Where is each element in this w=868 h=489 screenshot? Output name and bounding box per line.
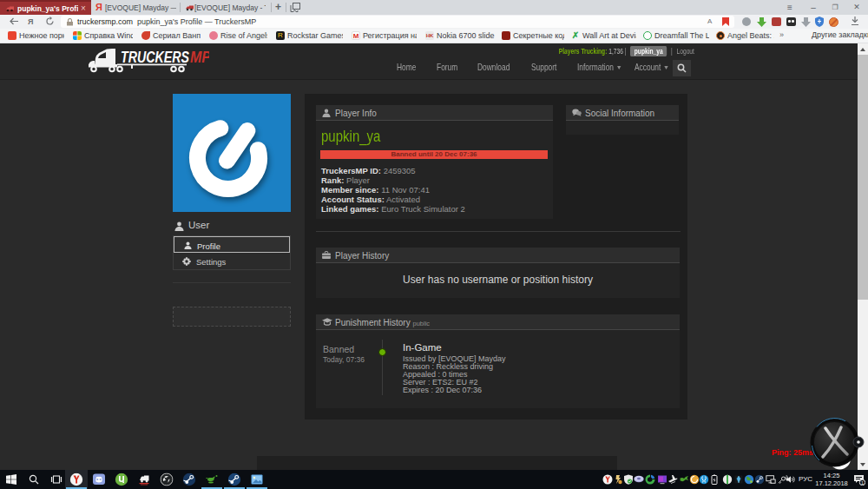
bookmark-item[interactable]: HK Nokia 6700 slide h: [425, 30, 495, 42]
windows-taskbar: РУС 14:25 17.12.2018 1: [0, 470, 868, 489]
taskbar-steam-game[interactable]: [223, 470, 246, 489]
other-bookmarks-button[interactable]: Другие закладки ▾: [812, 30, 868, 42]
extension-savefrom-icon[interactable]: [757, 17, 766, 27]
bookmark-favicon-icon: [643, 31, 652, 40]
nav-home[interactable]: Home: [397, 62, 416, 72]
bookmark-item[interactable]: ✗ Wall Art at Deviant: [571, 30, 636, 42]
scrollbar-thumb[interactable]: [858, 55, 868, 300]
translate-icon[interactable]: A: [707, 17, 712, 25]
downloads-button-icon[interactable]: [851, 17, 859, 26]
taskbar-steam[interactable]: [178, 470, 201, 489]
yandex-button-icon[interactable]: Я: [28, 17, 33, 26]
bookmark-flag-icon[interactable]: [722, 17, 729, 26]
tab-active[interactable]: pupkin_ya's Profile — Tru ×: [0, 0, 91, 15]
sidebar-item-profile[interactable]: Profile: [174, 236, 290, 253]
tab-3[interactable]: [EVOQUE] Mayday - Trucke: [181, 0, 271, 15]
tray-date: 17.12.2018: [812, 479, 852, 487]
start-button[interactable]: [0, 470, 23, 489]
tray-green-bird-icon[interactable]: [679, 474, 689, 485]
tray-systemcare-icon[interactable]: [645, 474, 655, 485]
address-bar[interactable]: truckersmp.com pupkin_ya's Profile — Tru…: [61, 16, 734, 28]
window-minimize-button[interactable]: –: [807, 2, 819, 13]
taskbar-search-button[interactable]: [23, 470, 45, 489]
tray-airplane-icon[interactable]: [667, 474, 678, 485]
nav-information[interactable]: Information: [577, 62, 621, 72]
bookmark-item[interactable]: Dreamfall The Lon: [643, 30, 709, 42]
new-tab-button[interactable]: +: [273, 2, 284, 13]
tray-app-icon[interactable]: [613, 474, 623, 485]
username-chip[interactable]: pupkin_ya: [630, 46, 667, 56]
taskbar-utorrent[interactable]: [110, 470, 133, 489]
extension-protect-shield-icon[interactable]: [815, 17, 824, 27]
tray-blue-circle-icon[interactable]: [699, 474, 709, 485]
svg-text:1: 1: [861, 480, 864, 486]
tray-yandex-icon[interactable]: [602, 474, 613, 485]
extension-adblock-icon[interactable]: [786, 17, 796, 26]
bookmark-item[interactable]: R Rockstar Games So: [276, 30, 343, 42]
reload-button-icon[interactable]: [45, 17, 55, 26]
tray-display-icon[interactable]: [766, 474, 776, 485]
profile-field: Member since: 11 Nov 07:41: [321, 185, 430, 195]
taskbar-obs[interactable]: [155, 470, 178, 489]
bookmark-item[interactable]: Сериал Ванпанчм: [141, 30, 201, 42]
taskbar-discord[interactable]: [88, 470, 110, 489]
player-history-header: Player History: [316, 248, 680, 263]
tray-antivirus-icon[interactable]: [623, 474, 634, 485]
nav-account[interactable]: Account: [635, 62, 667, 72]
taskbar-genie-app[interactable]: [201, 470, 223, 489]
bookmark-item[interactable]: Нежное порно с: [8, 30, 64, 42]
nav-forum[interactable]: Forum: [437, 62, 457, 72]
bookmarks-bar: Нежное порно с Справка Windows Сериал Ва…: [0, 29, 868, 43]
user-icon: [322, 109, 331, 117]
tray-graphics-icon[interactable]: [657, 474, 667, 485]
tray-speaker-icon[interactable]: [786, 474, 796, 485]
logout-link[interactable]: Logout: [677, 47, 694, 56]
site-header: TRUCKERS MP Players Trucking: 1,736 | pu…: [0, 43, 858, 80]
rockstar-favicon-icon: R: [276, 31, 285, 40]
tab-panels-button[interactable]: [290, 3, 300, 12]
action-center-button[interactable]: 1: [853, 473, 865, 486]
window-menu-button[interactable]: ≡: [784, 2, 796, 13]
back-button-icon[interactable]: [9, 17, 19, 26]
players-trucking-count[interactable]: 1,736: [608, 47, 623, 56]
bookmarks-overflow-chevron[interactable]: »: [779, 30, 784, 42]
page-scrollbar[interactable]: [858, 43, 868, 470]
bookmark-item[interactable]: Rise of Angels —: [209, 30, 267, 42]
extension-adguard-icon[interactable]: [829, 17, 838, 27]
chevron-down-icon: [617, 66, 621, 69]
truckersmp-favicon-icon: [185, 3, 194, 12]
extension-camera-icon[interactable]: [772, 17, 781, 26]
sidebar-item-settings[interactable]: Settings: [174, 253, 290, 269]
user-avatar[interactable]: [173, 94, 291, 212]
truckersmp-logo[interactable]: TRUCKERS MP: [86, 47, 209, 75]
taskbar-photos[interactable]: [246, 470, 268, 489]
tab-close-icon[interactable]: ×: [78, 3, 89, 14]
tray-clock[interactable]: 14:25 17.12.2018: [812, 472, 852, 487]
tray-crystal-icon[interactable]: [733, 474, 744, 485]
overlay-x-widget[interactable]: [809, 417, 868, 470]
bookmark-item[interactable]: Angel Beats: 1st b: [716, 30, 774, 42]
tray-steam-icon[interactable]: [754, 474, 765, 485]
tray-green-globe-icon[interactable]: [722, 474, 733, 485]
window-restore-button[interactable]: ❐: [829, 2, 841, 13]
taskbar-yandex-browser[interactable]: [65, 470, 88, 489]
tray-daemon-tools-icon[interactable]: [634, 474, 644, 485]
bookmark-item[interactable]: M Регистрация на с: [352, 30, 417, 42]
tray-time: 14:25: [812, 472, 852, 479]
punishment-title: In-Game: [403, 342, 442, 353]
extension-downloader-icon[interactable]: [801, 17, 811, 27]
bookmark-item[interactable]: Справка Windows: [73, 30, 133, 42]
tray-earth-icon[interactable]: [744, 474, 754, 485]
tray-battery-icon[interactable]: [709, 474, 720, 485]
url-page-title: pupkin_ya's Profile — TruckersMP: [137, 17, 256, 26]
nav-support[interactable]: Support: [531, 62, 556, 72]
extension-globe-icon[interactable]: [742, 17, 751, 26]
tab-2[interactable]: Я [EVOQUE] Mayday — Янде: [91, 0, 180, 15]
bookmark-item[interactable]: Секретные коды: [502, 30, 564, 42]
search-button[interactable]: [673, 60, 691, 76]
taskbar-ets2[interactable]: [133, 470, 155, 489]
yandex-favicon-icon: Я: [95, 2, 102, 12]
nav-download[interactable]: Download: [477, 62, 510, 72]
window-close-button[interactable]: ✕: [851, 2, 863, 13]
scrollbar-up-button[interactable]: [858, 43, 868, 55]
